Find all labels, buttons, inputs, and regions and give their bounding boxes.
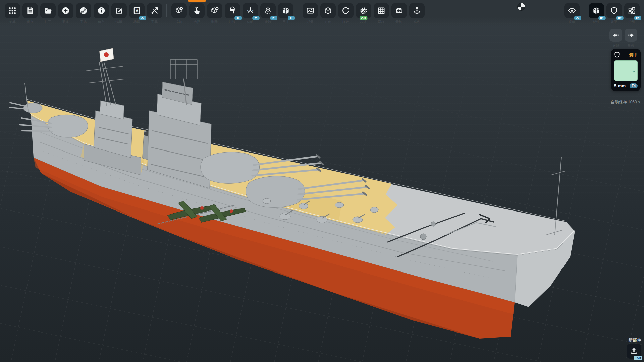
folder-open-icon xyxy=(44,6,52,15)
record-button[interactable]: 录制 xyxy=(391,3,407,18)
armor-panel: 装甲 ⌄ 5 mm F4 xyxy=(611,49,641,91)
toolbar-item-label: 工坊 xyxy=(74,20,93,24)
redo-label: 重做 xyxy=(625,44,637,48)
toolbar-item-label: 打开 xyxy=(38,20,58,24)
new-button[interactable]: 新建 xyxy=(58,3,73,18)
center-of-mass-icon xyxy=(517,3,525,11)
add-block-button[interactable]: 添加 xyxy=(171,3,187,18)
resize-button[interactable]: U尺寸 xyxy=(278,3,293,18)
save-button[interactable]: 保存 xyxy=(22,3,38,18)
eye-icon xyxy=(568,6,576,15)
rotate-arrow-icon xyxy=(341,6,350,15)
toolbar-separator xyxy=(584,4,584,17)
toolbar: 菜单保存打开新建工坊信息编辑AG标识工具添加选择删除P油漆yzxT移动R旋转U尺… xyxy=(0,0,644,27)
chevron-down-icon: ⌄ xyxy=(632,68,636,73)
open-button[interactable]: 打开 xyxy=(40,3,56,18)
toolbar-item-label: 背景 xyxy=(301,20,320,24)
upload-icon xyxy=(630,347,638,356)
toolbar-item-label: 移动 xyxy=(240,20,260,24)
ground-grid xyxy=(0,0,644,362)
toolbar-item-label: 信息 xyxy=(92,20,111,24)
autosave-label: 自动保存 xyxy=(611,100,627,104)
paint-bucket-icon xyxy=(228,6,237,15)
cube-plus-icon xyxy=(175,6,183,15)
armor-color-swatch[interactable]: ⌄ xyxy=(614,60,638,81)
settings-button[interactable]: ON模式 xyxy=(356,3,371,18)
group-view-button[interactable]: F3分组 xyxy=(624,3,640,18)
steam-icon xyxy=(79,6,88,15)
background-button[interactable]: 背景 xyxy=(303,3,318,18)
toolbar-item-label: 装甲 xyxy=(604,20,624,24)
new-part-button[interactable]: TAB xyxy=(627,344,641,359)
wireframe-button[interactable]: 对称 xyxy=(320,3,336,18)
armor-view-button[interactable]: F2装甲 xyxy=(606,3,622,18)
translate-button[interactable]: yzxT移动 xyxy=(243,3,258,18)
rotate-cube-icon xyxy=(264,6,272,15)
hand-pointer-icon xyxy=(193,6,201,15)
redo-button[interactable] xyxy=(625,29,637,42)
autosave-status: 自动保存 1060 s xyxy=(611,99,640,105)
toolbar-item-label: 尺寸 xyxy=(276,20,296,24)
toolbar-item-label: 网格 xyxy=(372,20,391,24)
tab-shortcut-badge: TAB xyxy=(634,356,642,360)
toolbar-item-label: 录制 xyxy=(389,20,409,24)
svg-text:A: A xyxy=(135,9,138,13)
toolbar-item-label: 编辑 xyxy=(109,20,129,24)
toolbar-item-label: 工具 xyxy=(145,20,164,24)
rename-button[interactable]: 编辑 xyxy=(111,3,127,18)
armor-shortcut-badge: F4 xyxy=(630,83,638,88)
toolbar-separator xyxy=(166,4,167,17)
select-button[interactable]: 选择 xyxy=(189,3,205,18)
grid-lines-icon xyxy=(377,6,386,15)
cube-solid-icon xyxy=(281,6,290,15)
letter-a-box-icon: A xyxy=(132,6,141,15)
menu-button[interactable]: 菜单 xyxy=(5,3,20,18)
undo-button[interactable] xyxy=(609,29,622,42)
toolbar-item-label: 旋转 xyxy=(258,20,278,24)
viewport-3d[interactable] xyxy=(0,0,644,362)
auto-rotate-button[interactable]: 旋转 xyxy=(338,3,354,18)
anchor-icon xyxy=(413,6,421,15)
svg-text:x: x xyxy=(252,10,253,12)
toolbar-item-label: 部件 xyxy=(587,20,606,24)
edit-pencil-icon xyxy=(115,6,123,15)
tools-icon xyxy=(150,6,159,15)
toolbar-item-label: 菜单 xyxy=(3,20,22,24)
svg-text:z: z xyxy=(247,10,248,12)
rotate-button[interactable]: R旋转 xyxy=(260,3,276,18)
cube-minus-icon xyxy=(210,6,219,15)
gear-icon xyxy=(359,6,368,15)
camera-icon xyxy=(395,6,404,15)
toolbar-separator xyxy=(298,4,298,17)
toolbar-item-label: 添加 xyxy=(169,20,189,24)
visibility-button[interactable]: O视角 xyxy=(564,3,580,18)
info-circle-icon xyxy=(97,6,106,15)
toolbar-item-label: 删除 xyxy=(205,20,224,24)
toolbar-item-label: 分组 xyxy=(622,20,642,24)
build-tools-button[interactable]: 工具 xyxy=(147,3,162,18)
image-icon xyxy=(306,6,315,15)
structure-view-button[interactable]: F1部件 xyxy=(589,3,604,18)
toolbar-left-groups: 菜单保存打开新建工坊信息编辑AG标识工具添加选择删除P油漆yzxT移动R旋转U尺… xyxy=(3,3,426,18)
paint-button[interactable]: P油漆 xyxy=(225,3,240,18)
toolbar-item-label: 标识 xyxy=(127,20,147,24)
toolbar-item-label: 模式 xyxy=(354,20,373,24)
active-tool-indicator xyxy=(188,0,206,2)
toolbar-item-label: 视角 xyxy=(562,20,582,24)
info-button[interactable]: 信息 xyxy=(94,3,109,18)
shield-icon xyxy=(610,6,619,15)
grid-button[interactable]: 网格 xyxy=(374,3,389,18)
toolbar-item-label: 对称 xyxy=(318,20,338,24)
undo-label: 撤销 xyxy=(609,44,622,48)
toolbar-right-group: O视角F1部件F2装甲F3分组 xyxy=(563,3,641,18)
move-axes-icon: yzx xyxy=(246,6,255,15)
text-marking-button[interactable]: AG标识 xyxy=(129,3,145,18)
toolbar-item-label: 保存 xyxy=(20,20,40,24)
steam-workshop-button[interactable]: 工坊 xyxy=(76,3,91,18)
svg-text:y: y xyxy=(250,6,251,8)
autosave-time: 1060 s xyxy=(628,100,640,104)
cube-solid-icon xyxy=(592,6,601,15)
remove-block-button[interactable]: 删除 xyxy=(207,3,222,18)
anchor-button[interactable]: 锚点 xyxy=(409,3,425,18)
apps-grid-icon xyxy=(8,6,17,15)
